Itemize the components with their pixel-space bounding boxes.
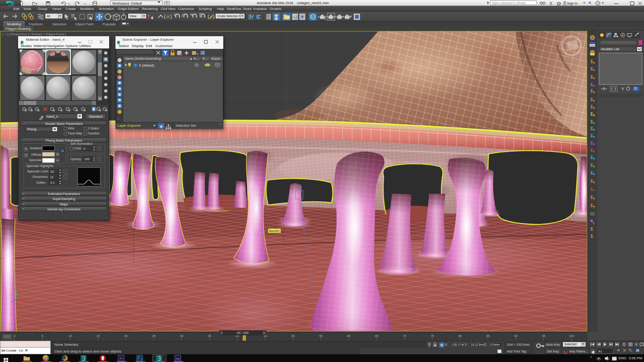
svg-text:90: 90 [514,334,518,338]
svg-text:50: 50 [291,334,295,338]
svg-text:70: 70 [403,334,406,338]
svg-text:85: 85 [486,334,490,338]
svg-text:75: 75 [431,334,434,338]
svg-text:10: 10 [68,334,72,338]
svg-text:80: 80 [458,334,462,338]
svg-text:Box001: Box001 [269,229,279,233]
svg-text:Y: Y [14,288,16,291]
svg-text:100: 100 [569,334,574,338]
svg-text:»: » [117,117,119,120]
svg-text:Ae: Ae [176,357,180,360]
svg-text:0: 0 [14,334,15,338]
svg-text:55: 55 [319,334,323,338]
svg-text:35: 35 [208,334,211,338]
svg-text:5: 5 [42,334,43,338]
svg-text:15: 15 [96,334,100,338]
svg-text:95: 95 [542,334,546,338]
svg-text:Pr: Pr [120,357,123,360]
svg-text:60: 60 [347,334,351,338]
svg-text:30: 30 [180,334,183,338]
svg-text:Modifier List: Modifier List [601,47,620,51]
svg-text:0 (default): 0 (default) [139,63,154,67]
svg-text:25: 25 [152,334,156,338]
svg-text:3: 3 [174,13,176,16]
svg-text:%: % [190,13,193,16]
svg-text:[ + ] [ Perspective ] [ Shaded: [ + ] [ Perspective ] [ Shaded + Edged F… [2,33,66,36]
svg-text:20: 20 [124,334,128,338]
svg-text:X: X [25,301,27,304]
svg-text:65: 65 [375,334,379,338]
